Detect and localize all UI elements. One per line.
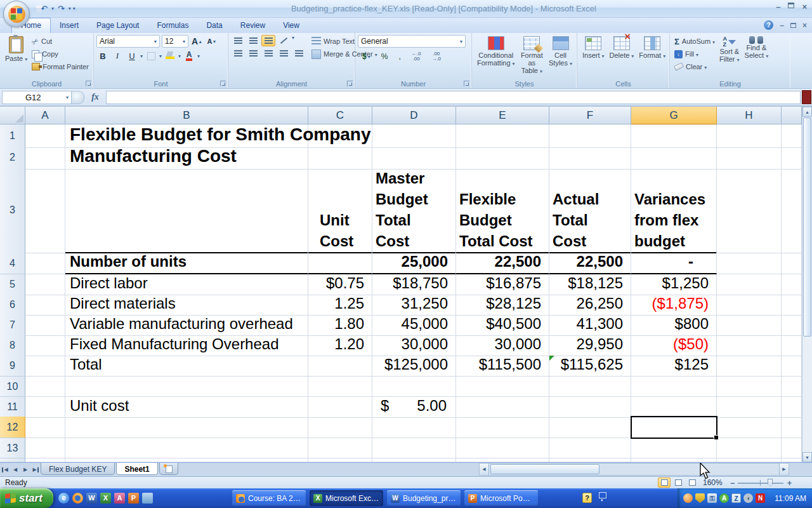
- name-box[interactable]: G12▾: [2, 91, 72, 104]
- accounting-format-button[interactable]: $▾: [358, 50, 375, 63]
- comma-style-button[interactable]: ,: [394, 50, 405, 63]
- cell-B6[interactable]: Direct materials: [65, 295, 308, 316]
- delete-cells-button[interactable]: Delete: [607, 35, 637, 79]
- start-button[interactable]: start: [0, 488, 53, 508]
- close-button[interactable]: ×: [802, 3, 807, 11]
- previous-sheet-button[interactable]: ◀: [10, 463, 20, 476]
- cell-D7[interactable]: 45,000: [372, 315, 456, 336]
- cell-B9[interactable]: Total: [65, 356, 308, 377]
- cell-E6[interactable]: $28,125: [456, 295, 549, 316]
- cell-G5[interactable]: $1,250: [631, 274, 717, 295]
- last-sheet-button[interactable]: ▶: [30, 463, 41, 476]
- cell-F4[interactable]: 22,500: [549, 253, 631, 274]
- format-cells-button[interactable]: Format: [636, 35, 668, 79]
- row-header-9[interactable]: 9: [0, 356, 25, 377]
- cell-E3[interactable]: Flexible Budget Total Cost: [456, 168, 549, 253]
- font-color-button[interactable]: A: [183, 50, 195, 62]
- cell-D9[interactable]: $125,000: [372, 356, 456, 377]
- formula-input[interactable]: [106, 91, 801, 104]
- cell-G9[interactable]: $125: [631, 356, 717, 377]
- restore-button[interactable]: [788, 3, 794, 8]
- cell-E8[interactable]: 30,000: [456, 335, 549, 356]
- cell-B1[interactable]: Flexible Budget for Smith Company: [65, 124, 308, 148]
- row-header-13[interactable]: 13: [0, 438, 25, 458]
- cell-G4[interactable]: -: [631, 253, 717, 274]
- tab-data[interactable]: Data: [197, 18, 231, 33]
- cell-B4[interactable]: Number of units: [65, 253, 308, 274]
- cell-C8[interactable]: 1.20: [308, 335, 372, 356]
- row-header-3[interactable]: 3: [0, 168, 25, 253]
- scroll-up-icon[interactable]: ▲: [802, 107, 812, 117]
- firefox-icon[interactable]: [72, 493, 83, 504]
- font-size-combo[interactable]: 12▾: [162, 35, 188, 48]
- column-header-partial[interactable]: [782, 107, 802, 124]
- cell-B2[interactable]: Manufacturing Cost: [65, 146, 308, 170]
- italic-button[interactable]: I: [111, 50, 124, 62]
- cell-B7[interactable]: Variable manufacturing overhead: [65, 315, 308, 336]
- access-icon[interactable]: A: [114, 493, 125, 504]
- zoom-out-button[interactable]: −: [728, 479, 737, 487]
- cell-B8[interactable]: Fixed Manufacturing Overhead: [65, 335, 308, 356]
- scroll-down-icon[interactable]: ▼: [802, 452, 812, 462]
- align-left-button[interactable]: [231, 48, 245, 59]
- cell-B11[interactable]: Unit cost: [65, 397, 308, 418]
- borders-button[interactable]: [145, 50, 157, 62]
- bold-button[interactable]: B: [96, 50, 109, 62]
- undo-dropdown[interactable]: ▾: [51, 6, 54, 11]
- row-header-11[interactable]: 11: [0, 397, 25, 418]
- cell-styles-button[interactable]: Cell Styles: [546, 35, 575, 79]
- row-header-5[interactable]: 5: [0, 274, 25, 295]
- tray-novell-icon[interactable]: N: [756, 493, 765, 503]
- cell-D6[interactable]: 31,250: [372, 295, 456, 316]
- column-header-D[interactable]: D: [372, 107, 456, 124]
- tray-agent-icon[interactable]: [683, 493, 693, 503]
- cell-E9[interactable]: $115,500: [456, 356, 549, 377]
- cell-C4[interactable]: [308, 253, 372, 274]
- select-all-corner[interactable]: [0, 107, 25, 124]
- cell-B5[interactable]: Direct labor: [65, 274, 308, 295]
- alignment-dialog-launcher[interactable]: [347, 81, 353, 86]
- cell-E5[interactable]: $16,875: [456, 274, 549, 295]
- sort-filter-button[interactable]: A Z Sort & Filter: [717, 35, 742, 79]
- column-header-G[interactable]: G: [631, 107, 717, 124]
- word-icon[interactable]: W: [86, 493, 97, 504]
- column-header-H[interactable]: H: [717, 107, 782, 124]
- cut-button[interactable]: ✂Cut: [30, 35, 91, 48]
- font-dialog-launcher[interactable]: [220, 81, 226, 86]
- zoom-in-button[interactable]: +: [785, 479, 794, 487]
- number-dialog-launcher[interactable]: [464, 81, 469, 86]
- clipboard-dialog-launcher[interactable]: [86, 81, 91, 86]
- first-sheet-button[interactable]: ◀: [0, 463, 10, 476]
- increase-indent-button[interactable]: [292, 48, 306, 59]
- cell-D11[interactable]: $5.00: [372, 397, 456, 418]
- font-family-combo[interactable]: Arial▾: [96, 35, 160, 48]
- increase-decimal-button[interactable]: ←.0.00: [407, 50, 426, 63]
- cell-B3[interactable]: [65, 168, 308, 253]
- decrease-indent-button[interactable]: [277, 48, 291, 59]
- decrease-decimal-button[interactable]: .00→.0: [427, 50, 445, 63]
- tab-formulas[interactable]: Formulas: [148, 18, 197, 33]
- column-header-E[interactable]: E: [456, 107, 549, 124]
- row-header-12[interactable]: 12: [0, 417, 25, 438]
- cell-E4[interactable]: 22,500: [456, 253, 549, 274]
- insert-worksheet-tab[interactable]: [159, 463, 178, 475]
- tab-review[interactable]: Review: [232, 18, 274, 33]
- cell-F5[interactable]: $18,125: [549, 274, 631, 295]
- explorer-icon[interactable]: [142, 493, 153, 504]
- tray-volume-icon[interactable]: ◖: [743, 493, 753, 503]
- help-tray-icon[interactable]: ?: [582, 493, 592, 503]
- percent-style-button[interactable]: %: [377, 50, 393, 63]
- sheet-tab-flex-budget-key[interactable]: Flex Budget KEY: [41, 463, 115, 475]
- cell-E7[interactable]: $40,500: [456, 315, 549, 336]
- cell-D4[interactable]: 25,000: [372, 253, 456, 274]
- row-header-1[interactable]: 1: [0, 124, 25, 148]
- page-break-view-button[interactable]: [686, 478, 698, 488]
- zoom-slider-thumb[interactable]: [768, 479, 773, 486]
- column-header-A[interactable]: A: [25, 107, 65, 124]
- redo-dropdown[interactable]: ▾: [69, 6, 71, 11]
- cell-D3[interactable]: Master Budget Total Cost: [372, 168, 456, 253]
- name-box-dropdown[interactable]: ▾: [66, 95, 69, 100]
- cell-F3[interactable]: Actual Total Cost: [549, 168, 631, 253]
- cell-F8[interactable]: 29,950: [549, 335, 631, 356]
- minimize-button[interactable]: –: [776, 3, 780, 11]
